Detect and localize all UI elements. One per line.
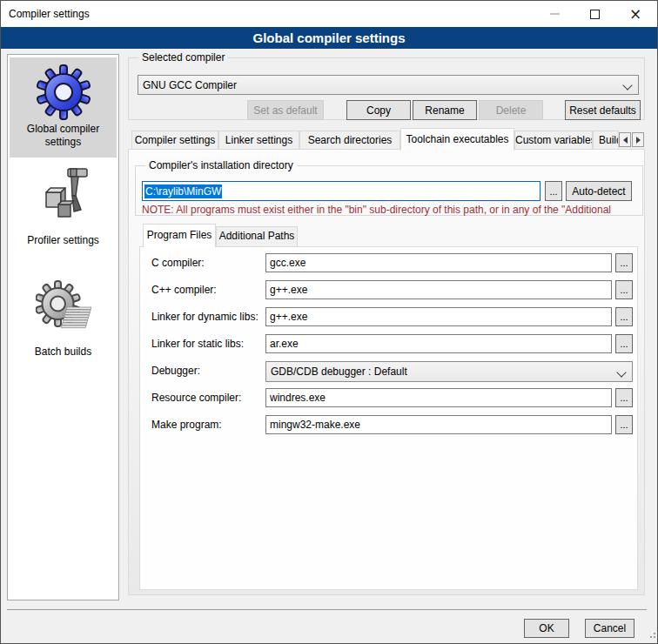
browse-directory-button[interactable]: ... — [545, 181, 562, 201]
maximize-icon — [590, 10, 600, 19]
installation-directory-caption: Compiler's installation directory — [145, 159, 297, 172]
settings-category-sidebar: Global compiler settings Profiler settin… — [7, 54, 119, 600]
page-title: Global compiler settings — [1, 27, 657, 49]
browse-linker-dynamic-button[interactable]: ... — [615, 307, 633, 326]
field-label-make-program: Make program: — [151, 415, 222, 434]
selected-compiler-caption: Selected compiler — [138, 51, 228, 64]
sidebar-item-label: Global compiler settings — [10, 123, 117, 149]
footer-divider — [7, 609, 647, 610]
sidebar-item-global-compiler-settings[interactable]: Global compiler settings — [10, 57, 117, 158]
tab-build-clipped[interactable]: Build — [593, 131, 619, 150]
compiler-select[interactable]: GNU GCC Compiler — [138, 75, 639, 95]
selected-compiler-group: Selected compiler GNU GCC Compiler Set a… — [128, 57, 645, 120]
tab-custom-variables[interactable]: Custom variables — [514, 131, 593, 150]
browse-c-compiler-button[interactable]: ... — [615, 253, 633, 272]
debugger-select-value: GDB/CDB debugger : Default — [271, 366, 407, 378]
caliper-icon — [36, 166, 91, 222]
auto-detect-button[interactable]: Auto-detect — [566, 181, 632, 201]
sidebar-item-batch-builds[interactable]: Batch builds — [10, 276, 117, 373]
resource-compiler-input[interactable] — [265, 388, 612, 407]
tab-search-directories[interactable]: Search directories — [299, 131, 400, 150]
sidebar-item-label: Profiler settings — [27, 234, 99, 247]
set-as-default-button[interactable]: Set as default — [247, 100, 324, 120]
cpp-compiler-input[interactable] — [265, 280, 612, 299]
subtab-additional-paths[interactable]: Additional Paths — [216, 226, 298, 247]
bin-subdirectory-note: NOTE: All programs must exist either in … — [142, 204, 636, 216]
compiler-settings-dialog: Compiler settings × Global compiler sett… — [0, 0, 658, 644]
tab-compiler-settings[interactable]: Compiler settings — [131, 131, 218, 150]
arrow-right-icon — [636, 137, 641, 144]
sidebar-item-profiler-settings[interactable]: Profiler settings — [10, 163, 117, 260]
minimize-icon — [550, 13, 560, 15]
rename-button[interactable]: Rename — [413, 100, 477, 120]
installation-directory-group: Compiler's installation directory C:\ray… — [135, 165, 643, 216]
linker-static-input[interactable] — [265, 334, 612, 353]
tab-linker-settings[interactable]: Linker settings — [218, 131, 299, 150]
selected-path-text: C:\raylib\MinGW — [144, 184, 222, 198]
chevron-down-icon — [616, 367, 626, 377]
chevron-down-icon — [622, 80, 632, 90]
cancel-button[interactable]: Cancel — [585, 619, 634, 638]
browse-make-program-button[interactable]: ... — [615, 415, 633, 434]
debugger-select[interactable]: GDB/CDB debugger : Default — [265, 361, 633, 382]
window-title: Compiler settings — [9, 1, 90, 27]
field-label-linker-dynamic: Linker for dynamic libs: — [151, 307, 258, 326]
make-program-input[interactable] — [265, 415, 612, 434]
toolchain-executables-page: Compiler's installation directory C:\ray… — [128, 149, 645, 595]
field-label-cpp-compiler: C++ compiler: — [151, 280, 217, 299]
delete-button[interactable]: Delete — [479, 100, 543, 120]
browse-cpp-compiler-button[interactable]: ... — [615, 280, 633, 299]
tab-scroll-right-button[interactable] — [632, 132, 644, 147]
c-compiler-input[interactable] — [265, 253, 612, 272]
browse-resource-compiler-button[interactable]: ... — [615, 388, 633, 407]
compiler-select-value: GNU GCC Compiler — [143, 79, 237, 91]
ok-button[interactable]: OK — [524, 619, 569, 638]
gray-gear-stack-icon — [36, 279, 91, 335]
field-label-resource-compiler: Resource compiler: — [151, 388, 241, 407]
field-label-c-compiler: C compiler: — [151, 253, 205, 272]
copy-button[interactable]: Copy — [346, 100, 411, 120]
tab-toolchain-executables[interactable]: Toolchain executables — [400, 128, 514, 151]
program-files-panel: C compiler: ... C++ compiler: ... Linker… — [139, 246, 638, 590]
maximize-button[interactable] — [574, 1, 614, 27]
blue-gear-icon — [36, 64, 91, 120]
linker-dynamic-input[interactable] — [265, 307, 612, 326]
field-label-linker-static: Linker for static libs: — [151, 334, 244, 353]
reset-defaults-button[interactable]: Reset defaults — [565, 100, 641, 120]
installation-directory-input[interactable]: C:\raylib\MinGW — [142, 181, 540, 201]
field-label-debugger: Debugger: — [151, 361, 200, 380]
minimize-button[interactable] — [534, 1, 574, 27]
titlebar[interactable]: Compiler settings × — [1, 1, 657, 27]
close-icon: × — [629, 7, 641, 22]
resize-grip-icon[interactable] — [650, 629, 652, 631]
browse-linker-static-button[interactable]: ... — [615, 334, 633, 353]
subtab-program-files[interactable]: Program Files — [143, 224, 216, 247]
sidebar-item-label: Batch builds — [35, 345, 91, 359]
tab-scroll-left-button[interactable] — [619, 132, 631, 147]
close-button[interactable]: × — [614, 1, 656, 27]
arrow-left-icon — [623, 137, 628, 144]
